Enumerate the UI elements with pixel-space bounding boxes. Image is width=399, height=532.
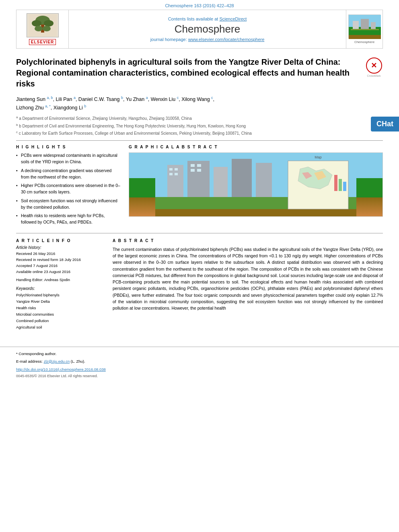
copyright: 0045-6535/© 2016 Elsevier Ltd. All right… bbox=[16, 374, 383, 378]
svg-rect-33 bbox=[339, 179, 342, 191]
journal-cover-label: Chemosphere bbox=[354, 40, 374, 44]
article-info-abstract-section: A R T I C L E I N F O Article history: R… bbox=[16, 238, 383, 331]
journal-title: Chemosphere bbox=[175, 23, 240, 35]
svg-rect-13 bbox=[351, 29, 379, 30]
elsevier-tree-image bbox=[27, 13, 59, 37]
article-history: Article history: Received 26 May 2016 Re… bbox=[16, 245, 105, 275]
svg-rect-18 bbox=[232, 159, 252, 197]
journal-citation: Chemosphere 163 (2016) 422–428 bbox=[165, 3, 234, 8]
affiliations: a a Department of Environmental Science,… bbox=[16, 115, 383, 136]
sciencedirect-link[interactable]: ScienceDirect bbox=[219, 16, 247, 21]
svg-rect-25 bbox=[197, 164, 201, 167]
elsevier-logo: ELSEVIER bbox=[27, 13, 59, 45]
article-title: Polychlorinated biphenyls in agricultura… bbox=[16, 57, 361, 89]
accepted-date: Accepted 7 August 2016 bbox=[16, 263, 105, 269]
svg-rect-12 bbox=[371, 22, 376, 29]
keyword-1: Polychlorinated biphenyls bbox=[16, 292, 105, 298]
revised-date: Received in revised form 18 July 2016 bbox=[16, 257, 105, 263]
highlight-5: Health risks to residents were high for … bbox=[16, 213, 121, 226]
svg-rect-21 bbox=[175, 168, 178, 170]
footer: * Corresponding author. E-mail address: … bbox=[0, 347, 399, 386]
doi-link[interactable]: http://dx.doi.org/10.1016/j.chemosphere.… bbox=[16, 367, 106, 372]
article-info-column: A R T I C L E I N F O Article history: R… bbox=[16, 238, 105, 331]
keyword-5: Combined pollution bbox=[16, 318, 105, 324]
svg-point-3 bbox=[44, 20, 53, 27]
highlight-1: PCBs were widespread contaminants in agr… bbox=[16, 152, 121, 165]
highlight-3: Higher PCBs concentrations were observed… bbox=[16, 183, 121, 195]
article-title-section: Polychlorinated biphenyls in agricultura… bbox=[16, 57, 383, 89]
elsevier-logo-section: ELSEVIER bbox=[16, 10, 69, 48]
crossmark-label: CrossMark bbox=[366, 74, 382, 77]
keyword-6: Agricultural soil bbox=[16, 324, 105, 331]
sciencedirect-text: Contents lists available at ScienceDirec… bbox=[168, 16, 247, 21]
svg-rect-23 bbox=[175, 173, 178, 175]
keywords-label: Keywords: bbox=[16, 286, 105, 291]
article-info-heading: A R T I C L E I N F O bbox=[16, 238, 105, 243]
keywords-list: Polychlorinated biphenyls Yangtze River … bbox=[16, 292, 105, 331]
highlights-column: H I G H L I G H T S PCBs were widespread… bbox=[16, 145, 121, 228]
divider-2 bbox=[16, 233, 383, 234]
divider-1 bbox=[16, 140, 383, 141]
chat-overlay-button[interactable]: CHat bbox=[371, 117, 399, 131]
affiliation-a: a a Department of Environmental Science,… bbox=[16, 115, 383, 121]
highlights-list: PCBs were widespread contaminants in agr… bbox=[16, 152, 121, 226]
crossmark-circle: ✕ bbox=[366, 58, 382, 74]
available-date: Available online 23 August 2016 bbox=[16, 269, 105, 275]
svg-rect-32 bbox=[334, 175, 337, 191]
journal-thumbnail bbox=[348, 14, 380, 39]
svg-rect-34 bbox=[343, 182, 346, 191]
svg-rect-10 bbox=[353, 21, 359, 29]
journal-homepage: journal homepage: www.elsevier.com/locat… bbox=[150, 37, 265, 42]
svg-rect-9 bbox=[349, 35, 381, 39]
keyword-3: Health risks bbox=[16, 305, 105, 311]
affiliation-b: b b Department of Civil and Environmenta… bbox=[16, 123, 383, 129]
homepage-link[interactable]: www.elsevier.com/locate/chemosphere bbox=[188, 37, 265, 42]
article-content: Polychlorinated biphenyls in agricultura… bbox=[0, 49, 399, 335]
keyword-2: Yangtze River Delta bbox=[16, 298, 105, 305]
email-link[interactable]: zlz@zju.edu.cn bbox=[44, 359, 70, 364]
highlights-graphical-section: H I G H L I G H T S PCBs were widespread… bbox=[16, 145, 383, 228]
crossmark-badge[interactable]: ✕ CrossMark bbox=[365, 58, 383, 76]
elsevier-label: ELSEVIER bbox=[29, 39, 56, 45]
svg-rect-26 bbox=[191, 169, 195, 172]
received-date: Received 26 May 2016 bbox=[16, 251, 105, 257]
highlight-4: Soil ecosystem function was not strongly… bbox=[16, 198, 121, 211]
highlights-heading: H I G H L I G H T S bbox=[16, 145, 121, 149]
svg-rect-24 bbox=[191, 164, 195, 167]
svg-rect-27 bbox=[197, 169, 201, 172]
highlight-2: A declining concentration gradient was o… bbox=[16, 168, 121, 181]
article-dates: Received 26 May 2016 Received in revised… bbox=[16, 251, 105, 275]
authors-line: Jianteng Sun a, b, Lili Pan a, Daniel C.… bbox=[16, 95, 383, 112]
abstract-text: The current contamination status of poly… bbox=[113, 246, 383, 312]
crossmark-symbol: ✕ bbox=[371, 61, 377, 70]
graphical-abstract-column: G R A P H I C A L A B S T R A C T bbox=[129, 145, 383, 228]
graphical-abstract-heading: G R A P H I C A L A B S T R A C T bbox=[129, 145, 383, 149]
svg-text:Map: Map bbox=[315, 155, 322, 159]
keyword-4: Microbial communities bbox=[16, 311, 105, 318]
svg-rect-22 bbox=[169, 173, 173, 175]
corresponding-note: * Corresponding author. bbox=[16, 351, 383, 357]
journal-header: ELSEVIER Contents lists available at Sci… bbox=[16, 10, 383, 49]
doi-line: http://dx.doi.org/10.1016/j.chemosphere.… bbox=[16, 367, 383, 372]
svg-point-5 bbox=[35, 26, 43, 31]
svg-rect-17 bbox=[214, 167, 228, 197]
abstract-heading: A B S T R A C T bbox=[113, 238, 383, 243]
svg-rect-20 bbox=[169, 168, 173, 170]
email-label: E-mail address: bbox=[16, 359, 44, 364]
svg-rect-29 bbox=[155, 209, 356, 217]
svg-point-2 bbox=[32, 20, 41, 27]
svg-rect-19 bbox=[256, 163, 272, 197]
affiliation-c: c c Laboratory for Earth Surface Process… bbox=[16, 130, 383, 136]
email-note: E-mail address: zlz@zju.edu.cn (L. Zhu). bbox=[16, 359, 383, 364]
article-history-label: Article history: bbox=[16, 245, 105, 250]
handling-editor: Handling Editor: Andreas Sjodin bbox=[16, 277, 105, 282]
email-author: (L. Zhu). bbox=[71, 359, 85, 364]
journal-center-section: Contents lists available at ScienceDirec… bbox=[69, 10, 346, 48]
page: Chemosphere 163 (2016) 422–428 ELSEVIER bbox=[0, 0, 399, 532]
abstract-column: A B S T R A C T The current contaminatio… bbox=[113, 238, 383, 331]
svg-rect-11 bbox=[361, 19, 369, 29]
top-citation-bar: Chemosphere 163 (2016) 422–428 bbox=[0, 0, 399, 10]
svg-point-6 bbox=[43, 26, 51, 31]
journal-cover-thumb: Chemosphere bbox=[346, 10, 383, 48]
graphical-abstract-image: Map bbox=[129, 152, 383, 217]
